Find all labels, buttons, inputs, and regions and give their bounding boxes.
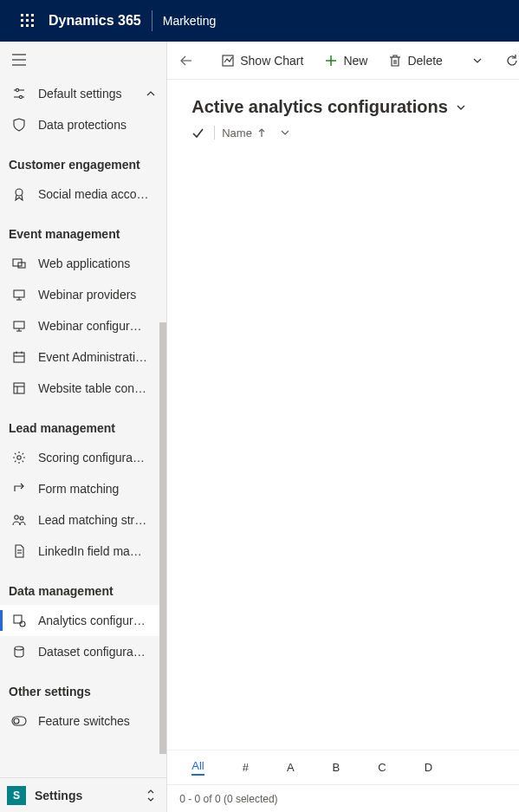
grid-body-empty [167, 147, 519, 750]
nav-item-label: Web applications [38, 257, 158, 270]
app-launcher-button[interactable] [7, 0, 49, 42]
view-selector[interactable]: Active analytics configurations [167, 80, 519, 126]
nav-item-label: LinkedIn field ma… [38, 544, 158, 558]
arrow-corner-icon [10, 480, 28, 497]
scrollbar-thumb[interactable] [159, 322, 166, 754]
svg-point-16 [16, 189, 23, 196]
nav-item-scoring-configurations[interactable]: Scoring configura… [0, 442, 166, 473]
column-header-name[interactable]: Name [222, 127, 290, 140]
nav-item-lead-matching-strategies[interactable]: Lead matching str… [0, 504, 166, 536]
alpha-filter-c[interactable]: C [378, 761, 386, 774]
header-divider [152, 10, 152, 31]
nav-item-label: Data protections [38, 118, 158, 132]
back-button[interactable] [171, 45, 202, 76]
nav-item-web-applications[interactable]: Web applications [0, 248, 166, 279]
svg-point-32 [17, 456, 21, 459]
nav-group-other-settings: Other settings [0, 667, 166, 705]
svg-rect-2 [31, 14, 34, 16]
show-chart-button[interactable]: Show Chart [212, 45, 312, 76]
nav-item-label: Lead matching str… [38, 513, 158, 527]
command-label: Delete [407, 54, 442, 68]
delete-split-button[interactable] [462, 45, 493, 76]
nav-item-analytics-configurations[interactable]: Analytics configur… [0, 605, 166, 636]
svg-rect-19 [14, 290, 24, 297]
svg-rect-0 [21, 14, 23, 16]
svg-rect-8 [31, 24, 34, 27]
nav-item-label: Dataset configura… [38, 645, 158, 659]
monitor-icon [10, 286, 28, 303]
delete-button[interactable]: Delete [380, 45, 451, 76]
svg-rect-3 [21, 19, 23, 22]
analytics-icon [10, 612, 28, 629]
waffle-icon [21, 14, 35, 28]
svg-point-33 [15, 516, 18, 519]
nav-item-data-protections[interactable]: Data protections [0, 109, 166, 140]
nav-item-webinar-providers[interactable]: Webinar providers [0, 279, 166, 310]
sliders-icon [10, 85, 28, 102]
nav-item-website-table-configurations[interactable]: Website table con… [0, 373, 166, 404]
alpha-filter-b[interactable]: B [333, 761, 341, 774]
column-separator [214, 126, 215, 140]
monitor-icon [10, 317, 28, 335]
nav-item-label: Webinar providers [38, 288, 158, 302]
alpha-filter-all[interactable]: All [191, 759, 204, 776]
dataset-icon [10, 643, 28, 660]
svg-point-13 [16, 88, 18, 91]
shield-icon [10, 116, 28, 133]
svg-rect-22 [14, 322, 24, 328]
select-all-checkbox[interactable] [188, 127, 207, 139]
product-name[interactable]: Dynamics 365 [49, 13, 148, 29]
new-button[interactable]: New [315, 45, 376, 76]
nav-item-event-administration[interactable]: Event Administrati… [0, 341, 166, 373]
nav-collapse-button[interactable] [0, 42, 166, 78]
document-icon [10, 542, 28, 560]
command-label: Show Chart [240, 54, 303, 68]
nav-item-label: Feature switches [38, 714, 158, 728]
nav-item-linkedin-field-mappings[interactable]: LinkedIn field ma… [0, 536, 166, 567]
nav-item-label: Form matching [38, 482, 158, 496]
alpha-filter-hash[interactable]: # [243, 761, 249, 774]
app-area-name[interactable]: Marketing [163, 14, 216, 28]
nav-scrollbar[interactable] [159, 322, 166, 777]
command-bar: Show Chart New Delete [167, 42, 519, 80]
global-header: Dynamics 365 Marketing [0, 0, 519, 42]
nav-item-default-settings[interactable]: Default settings [0, 78, 166, 109]
svg-point-41 [14, 718, 19, 724]
back-arrow-icon [179, 54, 193, 68]
layout-icon [10, 380, 28, 397]
svg-point-38 [20, 621, 25, 627]
web-app-icon [10, 255, 28, 272]
nav-item-webinar-configurations[interactable]: Webinar configur… [0, 310, 166, 341]
nav-group-lead-management: Lead management [0, 404, 166, 442]
alpha-filter-bar: All # A B C D [167, 750, 519, 784]
area-tile: S [7, 786, 26, 805]
gear-icon [10, 449, 28, 466]
hamburger-icon [10, 51, 28, 68]
record-count-text: 0 - 0 of 0 (0 selected) [179, 793, 277, 805]
alpha-filter-a[interactable]: A [287, 761, 295, 774]
svg-point-34 [20, 516, 23, 520]
svg-point-39 [15, 646, 23, 650]
refresh-button[interactable] [496, 45, 519, 76]
calendar-icon [10, 348, 28, 366]
nav-item-dataset-configurations[interactable]: Dataset configura… [0, 636, 166, 667]
nav-item-form-matching[interactable]: Form matching [0, 473, 166, 504]
svg-rect-6 [21, 24, 23, 27]
area-switcher-label: Settings [35, 789, 133, 802]
grid-footer: 0 - 0 of 0 (0 selected) [167, 784, 519, 812]
grid-column-headers: Name [167, 126, 519, 147]
nav-item-label: Webinar configur… [38, 319, 158, 333]
nav-item-social-media-accounts[interactable]: Social media acco… [0, 179, 166, 210]
trash-icon [388, 54, 402, 68]
area-switcher[interactable]: S Settings [0, 777, 166, 812]
chevron-down-icon[interactable] [280, 127, 290, 138]
nav-group-customer-engagement: Customer engagement [0, 140, 166, 179]
nav-item-feature-switches[interactable]: Feature switches [0, 705, 166, 737]
chevron-up-icon [144, 87, 158, 101]
svg-rect-25 [14, 353, 24, 362]
alpha-filter-d[interactable]: D [425, 761, 432, 774]
nav-item-label: Default settings [38, 87, 133, 101]
chart-icon [221, 54, 235, 68]
svg-rect-5 [31, 19, 34, 22]
nav-item-label: Analytics configur… [38, 614, 158, 627]
